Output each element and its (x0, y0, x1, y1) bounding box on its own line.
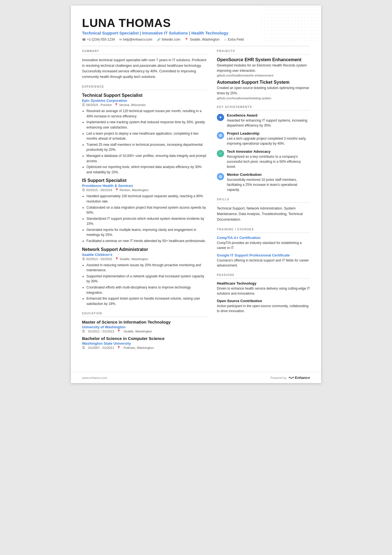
passion-title-2: Open Source Contribution (217, 299, 310, 303)
training-item-2: Google IT Support Professional Certifica… (217, 253, 310, 268)
summary-section: SUMMARY Innovative technical support spe… (82, 50, 208, 80)
resume-footer: www.enhancv.com Powered by Enhancv (71, 372, 321, 383)
pin-icon-2: 📍 (117, 346, 121, 350)
training-label: TRAINING / COURSES (217, 228, 310, 231)
contact-extra: ☆ Extra Field (224, 38, 244, 41)
location-icon: 📍 (185, 38, 188, 41)
powered-by-text: Powered by (271, 376, 287, 379)
job-bullets-2: Handled approximately 100 technical supp… (82, 194, 208, 243)
bullet: Led a team project to deploy a new healt… (86, 131, 208, 141)
two-column-layout: SUMMARY Innovative technical support spe… (82, 50, 310, 355)
achievement-content-1: Excellence Award Awarded for enhancing I… (227, 113, 310, 128)
achievement-content-4: Mentor Contribution Successfully mentore… (227, 172, 310, 192)
calendar-icon-2: 🗓 (82, 188, 85, 192)
email-icon: ✉ (119, 38, 122, 41)
job-title-3: Network Support Administrator (82, 247, 208, 252)
job-bullets-1: Resolved an average of 120 technical sup… (82, 108, 208, 175)
contact-linkedin: 🔗 linkedin.com (157, 38, 180, 41)
calendar-icon-3: 🗓 (82, 257, 85, 261)
achievement-icon-4 (217, 173, 224, 180)
bullet: Assisted in reducing network issues by 2… (86, 263, 208, 273)
passions-label: PASSIONS (217, 273, 310, 277)
achievement-content-3: Tech Innovator Advocacy Recognized as a … (227, 149, 310, 169)
bullet: Handled approximately 100 technical supp… (86, 194, 208, 204)
project-desc-2: Created an open-source ticketing solutio… (217, 85, 310, 96)
training-section: TRAINING / COURSES CompTIA A+ Certificat… (217, 228, 310, 268)
achievement-item-3: ✓ Tech Innovator Advocacy Recognized as … (217, 149, 310, 169)
training-divider (217, 233, 310, 233)
achievement-title-4: Mentor Contribution (227, 172, 310, 177)
job-meta-2: 🗓 03/2015 - 05/2019 📍 Renton, Washington (82, 188, 208, 192)
edu-meta-1: 🗓 01/2011 - 01/2013 📍 Seattle, Washingto… (82, 329, 208, 333)
education-label: EDUCATION (82, 312, 208, 315)
bullet: Collaborated on a data migration project… (86, 205, 208, 215)
bullet: Generated reports for multiple teams, im… (86, 227, 208, 238)
enhancv-logo: Enhancv (288, 376, 310, 380)
cal-icon: 🗓 (82, 330, 85, 333)
bullet: Supported implementation of a network up… (86, 274, 208, 284)
achievement-icon-1: ♥ (217, 114, 224, 121)
svg-point-1 (220, 135, 221, 136)
bullet: Managed a database of 10,000+ user profi… (86, 153, 208, 164)
project-link-2: github.com/lunathomas/ticketing-system (217, 97, 310, 100)
achievement-item-4: Mentor Contribution Successfully mentore… (217, 172, 310, 192)
achievement-desc-2: Led a tech upgrade project completed 3 m… (227, 136, 310, 146)
job-location-1: 📍 Verona, Wisconsin (114, 103, 145, 107)
email-text: help@enhancv.com (123, 38, 152, 41)
cal-icon-2: 🗓 (82, 346, 85, 349)
project-desc-1: Developed modules for an Electronic Heal… (217, 63, 310, 73)
contact-location: 📍 Seattle, Washington (185, 38, 219, 41)
edu-item-1: Master of Science in Information Technol… (82, 320, 208, 333)
star-icon: ☆ (224, 38, 227, 41)
achievements-section: KEY ACHIEVEMENTS ♥ Excellence Award Awar… (217, 105, 310, 192)
bullet: Resolved an average of 120 technical sup… (86, 108, 208, 119)
passions-section: PASSIONS Healthcare Technology Driven to… (217, 273, 310, 314)
project-item-2: Automated Support Ticket System Created … (217, 80, 310, 100)
passion-item-2: Open Source Contribution Active particip… (217, 299, 310, 314)
training-name-2: Google IT Support Professional Certifica… (217, 253, 310, 257)
phone-icon: ☎ (82, 38, 86, 41)
edu-school-2: Washington State University (82, 341, 208, 346)
achievement-icon-2 (217, 132, 224, 139)
right-column: PROJECTS OpenSource EHR System Enhanceme… (217, 50, 310, 355)
skills-divider (217, 203, 310, 203)
achievement-item-2: Project Leadership Led a tech upgrade pr… (217, 131, 310, 146)
phone-text: +1-(234)-555-1234 (87, 38, 115, 41)
job-item: Network Support Administrator Seattle Ch… (82, 247, 208, 307)
passion-item-1: Healthcare Technology Driven to enhance … (217, 281, 310, 296)
edu-degree-2: Bachelor of Science in Computer Science (82, 336, 208, 341)
job-location-2: 📍 Renton, Washington (115, 188, 148, 192)
achievement-icon-3: ✓ (217, 150, 224, 157)
project-name-2: Automated Support Ticket System (217, 80, 310, 85)
left-column: SUMMARY Innovative technical support spe… (82, 50, 208, 355)
job-meta-1: 🗓 06/2019 - Present 📍 Verona, Wisconsin (82, 103, 208, 107)
achievement-content-2: Project Leadership Led a tech upgrade pr… (227, 131, 310, 146)
extra-text: Extra Field (228, 38, 244, 41)
achievement-desc-3: Recognized as a key contributor to a com… (227, 154, 310, 169)
summary-divider (82, 54, 208, 55)
passions-divider (217, 278, 310, 278)
resume-container: LUNA THOMAS Technical Support Specialist… (71, 6, 321, 383)
bullet: Implemented a new tracking system that r… (86, 120, 208, 130)
job-item: Technical Support Specialist Epic System… (82, 93, 208, 175)
job-title-2: IS Support Specialist (82, 178, 208, 183)
projects-label: PROJECTS (217, 50, 310, 53)
bullet: Trained 25 new staff members in technica… (86, 142, 208, 152)
bullet: Enhanced the support ticket system to ha… (86, 296, 208, 306)
achievement-title-1: Excellence Award (227, 113, 310, 117)
project-link-1: github.com/lunathomas/ehr-enhancement (217, 74, 310, 77)
achievements-label: KEY ACHIEVEMENTS (217, 105, 310, 108)
pin-icon-2: 📍 (115, 188, 119, 192)
job-company-3: Seattle Children's (82, 253, 208, 257)
location-text: Seattle, Washington (190, 38, 219, 41)
training-desc-1: CompTIA provides an industry standard fo… (217, 240, 310, 250)
header-divider (82, 46, 310, 46)
svg-point-3 (220, 176, 221, 177)
job-date-2: 🗓 03/2015 - 05/2019 (82, 188, 112, 192)
experience-label: EXPERIENCE (82, 85, 208, 88)
contact-phone: ☎ +1-(234)-555-1234 (82, 38, 115, 41)
pin-icon-1: 📍 (114, 103, 118, 107)
skills-text: Technical Support, Network Administratio… (217, 206, 310, 222)
achievement-desc-4: Successfully mentored 10 junior staff me… (227, 177, 310, 192)
achievement-title-3: Tech Innovator Advocacy (227, 149, 310, 154)
